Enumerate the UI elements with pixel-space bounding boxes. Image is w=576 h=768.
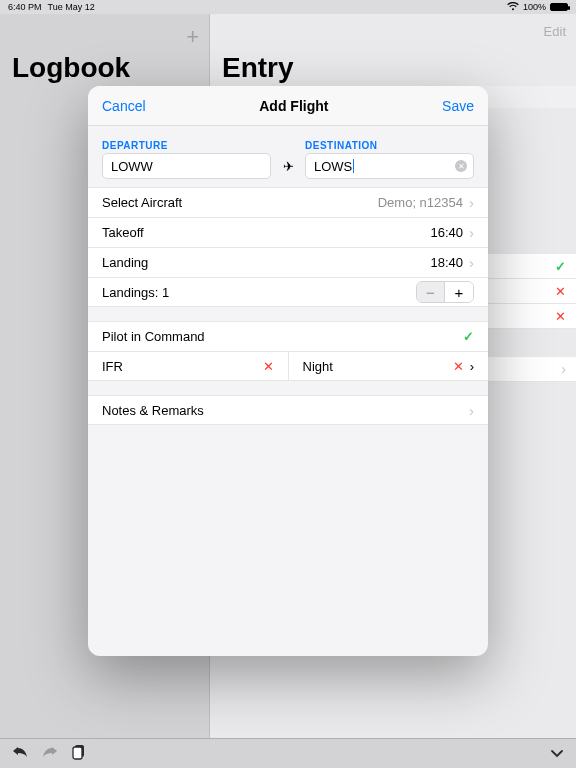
ifr-label: IFR (102, 359, 263, 374)
row-ifr[interactable]: IFR ✕ (88, 352, 288, 380)
copy-icon[interactable] (72, 744, 86, 764)
undo-icon[interactable] (12, 745, 28, 763)
departure-value: LOWW (111, 159, 153, 174)
battery-percent: 100% (523, 2, 546, 12)
landing-label: Landing (102, 255, 430, 270)
check-icon: ✓ (463, 329, 474, 344)
landing-value: 18:40 (430, 255, 463, 270)
row-takeoff[interactable]: Takeoff 16:40 › (88, 217, 488, 247)
airplane-icon: ✈ (277, 159, 299, 174)
pic-label: Pilot in Command (102, 329, 463, 344)
notes-label: Notes & Remarks (102, 403, 465, 418)
row-ifr-night: IFR ✕ Night ✕ › (88, 351, 488, 381)
destination-label: DESTINATION (305, 140, 474, 151)
destination-input[interactable]: LOWS ✕ (305, 153, 474, 179)
status-bar: 6:40 PM Tue May 12 100% (0, 0, 576, 14)
takeoff-value: 16:40 (430, 225, 463, 240)
destination-value: LOWS (314, 159, 352, 174)
redo-icon[interactable] (42, 745, 58, 763)
x-icon: ✕ (555, 309, 566, 324)
chevron-right-icon: › (469, 224, 474, 241)
add-icon[interactable]: + (186, 24, 199, 50)
row-landings: Landings: 1 − + (88, 277, 488, 307)
wifi-icon (507, 2, 519, 13)
night-label: Night (303, 359, 453, 374)
select-aircraft-label: Select Aircraft (102, 195, 378, 210)
row-select-aircraft[interactable]: Select Aircraft Demo; n12354 › (88, 187, 488, 217)
status-time: 6:40 PM (8, 2, 42, 12)
bottom-toolbar (0, 738, 576, 768)
modal-header: Cancel Add Flight Save (88, 86, 488, 126)
save-button[interactable]: Save (442, 98, 474, 114)
chevron-right-icon: › (469, 402, 474, 419)
x-icon: ✕ (555, 284, 566, 299)
check-icon: ✓ (555, 259, 566, 274)
logbook-title: Logbook (12, 52, 130, 84)
modal-body: DEPARTURE DESTINATION LOWW ✈ LOWS ✕ Sele… (88, 126, 488, 656)
aircraft-value: Demo; n12354 (378, 195, 463, 210)
entry-title: Entry (222, 52, 294, 84)
svg-rect-1 (73, 747, 82, 759)
chevron-down-icon[interactable] (550, 745, 564, 763)
x-icon: ✕ (453, 359, 464, 374)
chevron-right-icon: › (470, 359, 474, 374)
departure-label: DEPARTURE (102, 140, 271, 151)
chevron-right-icon: › (469, 254, 474, 271)
add-flight-modal: Cancel Add Flight Save DEPARTURE DESTINA… (88, 86, 488, 656)
stepper-plus[interactable]: + (445, 282, 473, 302)
modal-title: Add Flight (259, 98, 328, 114)
row-night[interactable]: Night ✕ › (289, 352, 489, 380)
edit-button[interactable]: Edit (544, 24, 566, 39)
clear-icon[interactable]: ✕ (455, 160, 467, 172)
row-pic[interactable]: Pilot in Command ✓ (88, 321, 488, 351)
stepper-minus[interactable]: − (417, 282, 445, 302)
row-notes[interactable]: Notes & Remarks › (88, 395, 488, 425)
status-date: Tue May 12 (48, 2, 95, 12)
takeoff-label: Takeoff (102, 225, 430, 240)
row-landing[interactable]: Landing 18:40 › (88, 247, 488, 277)
landings-stepper[interactable]: − + (416, 281, 474, 303)
landings-label: Landings: 1 (102, 285, 416, 300)
x-icon: ✕ (263, 359, 274, 374)
chevron-right-icon: › (469, 194, 474, 211)
cancel-button[interactable]: Cancel (102, 98, 146, 114)
battery-icon (550, 3, 568, 11)
chevron-right-icon: › (561, 361, 566, 377)
departure-input[interactable]: LOWW (102, 153, 271, 179)
